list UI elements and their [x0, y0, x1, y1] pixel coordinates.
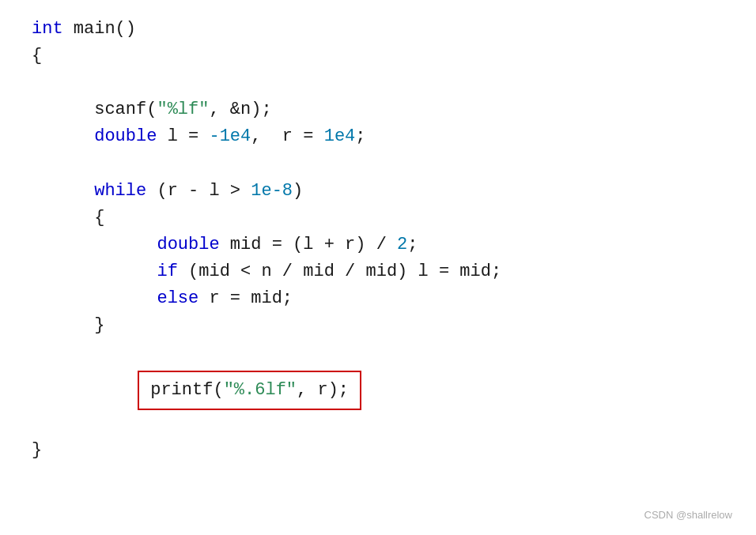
line-double-lr: double l = -1e4, r = 1e4;	[32, 123, 724, 150]
line-close-brace-main: }	[32, 437, 724, 464]
line-scanf: scanf("%lf", &n);	[32, 96, 724, 123]
line-open-brace-while: {	[32, 205, 724, 232]
line-blank-3	[32, 339, 724, 366]
line-blank-2	[32, 150, 724, 177]
highlight-printf: printf("%.6lf", r);	[138, 371, 361, 410]
code-block: int main() { scanf("%lf", &n); double l …	[32, 16, 724, 465]
line-if: if (mid < n / mid / mid) l = mid;	[32, 258, 724, 285]
line-printf-wrapper: printf("%.6lf", r);	[32, 366, 724, 410]
line-else: else r = mid;	[32, 285, 724, 312]
line-blank-4	[32, 410, 724, 437]
code-container: int main() { scanf("%lf", &n); double l …	[0, 0, 756, 535]
line-int-main: int main()	[32, 16, 724, 43]
line-open-brace-main: {	[32, 43, 724, 70]
line-double-mid: double mid = (l + r) / 2;	[32, 232, 724, 258]
line-blank-1	[32, 70, 724, 96]
line-close-brace-while: }	[32, 312, 724, 339]
watermark: CSDN @shallrelow	[644, 509, 732, 521]
line-while: while (r - l > 1e-8)	[32, 178, 724, 205]
